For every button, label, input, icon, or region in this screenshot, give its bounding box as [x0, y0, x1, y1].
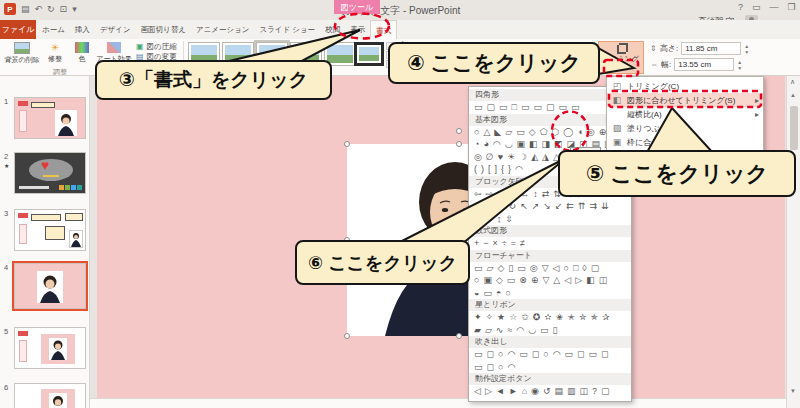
menu-item-label: 縦横比(A)	[627, 109, 751, 120]
scroll-down-icon[interactable]: ▼	[790, 388, 796, 394]
callout-step-6: ⑥ ここをクリック	[295, 240, 470, 285]
shape-row[interactable]: ↩↪↺↻↖↗↘↙⇇⇈⇉⇊	[469, 200, 631, 213]
file-tab[interactable]: ファイル	[0, 20, 36, 39]
mini-text-line	[43, 175, 59, 177]
menu-item-label: トリミング(C)	[627, 81, 755, 92]
width-field-row: ⇔ 幅: ▲▼	[650, 58, 742, 71]
crop-to-shape-icon: ◧	[611, 95, 623, 105]
slide-thumbnail-6[interactable]	[14, 383, 86, 408]
status-strip	[90, 398, 800, 408]
ribbon-tab-表示[interactable]: 表示	[345, 20, 370, 39]
width-spinner[interactable]: ▲▼	[737, 59, 742, 71]
shape-row[interactable]: +−×÷=≠	[469, 237, 631, 250]
shape-row[interactable]: ◒▭◓○	[469, 287, 631, 300]
shape-row[interactable]: ▭◻○◠▭◻○◠▭◻▭◻	[469, 348, 631, 361]
selection-handle[interactable]	[344, 333, 350, 339]
selection-handle[interactable]	[456, 333, 462, 339]
mini-text-line	[19, 186, 49, 189]
mini-decoration	[19, 224, 27, 244]
color-button[interactable]: 色	[70, 42, 94, 64]
menu-item-label: 枠に合わせる(I)	[627, 137, 755, 148]
fit-icon: ▣	[611, 137, 623, 147]
shape-row[interactable]: ↤↦↨⇳	[469, 213, 631, 226]
button-label: 修整	[48, 54, 62, 64]
window-title: 切り抜き文字 - PowerPoint	[0, 4, 800, 18]
width-input[interactable]	[674, 58, 734, 71]
picture-tools-contextual-tab: 図ツール	[334, 0, 380, 14]
ribbon-tab-挿入[interactable]: 挿入	[70, 20, 95, 39]
shape-row[interactable]: ▭▱◇▯▭◎▽◁○□◊▢	[469, 262, 631, 275]
shape-row[interactable]: ✦✧★☆✩✪✫✬✭✮✯✰	[469, 311, 631, 324]
submenu-arrow-icon: ▸	[755, 96, 759, 105]
corrections-button[interactable]: ☀ 修整	[42, 42, 68, 64]
ribbon-tab-書式[interactable]: 書式	[370, 20, 397, 39]
minimize-button[interactable]: —	[770, 2, 779, 12]
ribbon-tab-校閲[interactable]: 校閲	[320, 20, 345, 39]
slide-number: 3	[4, 209, 8, 218]
help-button[interactable]: ?	[738, 2, 743, 12]
selection-handle[interactable]	[456, 141, 462, 147]
collapse-ribbon-icon[interactable]: ∧	[790, 78, 795, 86]
menu-item-fit[interactable]: ▣枠に合わせる(I)	[607, 135, 763, 149]
mini-decoration	[18, 331, 28, 336]
height-input[interactable]	[681, 42, 741, 55]
mini-photo	[69, 230, 83, 248]
width-label: 幅:	[661, 59, 671, 70]
rotation-handle[interactable]	[456, 128, 462, 134]
callout-step-4: ④ ここをクリック	[388, 42, 600, 84]
crop-icon	[616, 43, 627, 53]
shape-row[interactable]: ◁▷◄►⌂◉↺▤▥◫?▢	[469, 385, 631, 398]
corrections-icon: ☀	[51, 42, 60, 53]
restore-button[interactable]: ❐	[788, 2, 796, 12]
menu-item-crop-to-shape[interactable]: ◧図形に合わせてトリミング(S)▸	[607, 93, 763, 107]
compress-picture-button[interactable]: ▣ 図の圧縮	[136, 42, 177, 52]
picture-style-thumb-framed[interactable]	[354, 42, 384, 66]
scroll-up-icon[interactable]: ▲	[790, 92, 796, 98]
menu-item-crop[interactable]: ◰トリミング(C)	[607, 79, 763, 93]
shape-row[interactable]: ○▣◇▭⊗⊕▽△◁▷◧◫	[469, 274, 631, 287]
remove-background-button[interactable]: 背景の削除	[4, 42, 40, 65]
slide-thumbnail-2[interactable]: ♥	[14, 152, 86, 194]
slide-thumbnail-1[interactable]	[14, 97, 86, 139]
title-bar: P ▤ ↶ ↻ ⊡ ▾ 切り抜き文字 - PowerPoint 図ツール ? ▭…	[0, 0, 800, 20]
ribbon-tab-アニメーション[interactable]: アニメーション	[191, 20, 255, 39]
artistic-effects-icon	[107, 42, 121, 53]
compress-picture-icon: ▣	[136, 43, 144, 51]
width-icon: ⇔	[650, 60, 658, 69]
mini-photo	[55, 110, 77, 136]
mini-callout	[65, 213, 83, 221]
crop-button[interactable]: トリミング ▾	[598, 41, 644, 74]
scrollbar-thumb[interactable]	[790, 106, 798, 150]
ribbon-tab-スライド ショー[interactable]: スライド ショー	[254, 20, 320, 39]
mini-decoration	[18, 101, 28, 106]
menu-item-fill[interactable]: ▨塗りつぶし(L)	[607, 121, 763, 135]
slide-number: 5	[4, 327, 8, 336]
slide-number: 6	[4, 383, 8, 392]
ribbon-tab-ホーム[interactable]: ホーム	[37, 20, 70, 39]
mini-decoration	[18, 213, 28, 218]
callout-step-3: ③「書式」をクリック	[95, 60, 332, 100]
mini-decoration	[19, 340, 27, 362]
shape-row[interactable]: ▭◻○◠	[469, 361, 631, 374]
crop-icon: ◰	[611, 81, 623, 91]
fill-icon: ▨	[611, 123, 623, 133]
slide-thumbnail-3[interactable]	[14, 209, 86, 251]
slide-thumbnail-4-selected[interactable]	[14, 263, 86, 309]
height-spinner[interactable]: ▲▼	[744, 43, 749, 55]
shape-row[interactable]: ▰▱∿≈◠◡▭▯	[469, 324, 631, 337]
menu-item-label: 塗りつぶし(L)	[627, 123, 755, 134]
submenu-arrow-icon: ▸	[755, 110, 759, 119]
mini-photo	[49, 338, 67, 360]
slide-thumbnail-5[interactable]	[14, 327, 86, 369]
powerpoint-window: P ▤ ↶ ↻ ⊡ ▾ 切り抜き文字 - PowerPoint 図ツール ? ▭…	[0, 0, 800, 408]
menu-item-aspect-ratio[interactable]: 縦横比(A)▸	[607, 107, 763, 121]
ribbon-tab-デザイン[interactable]: デザイン	[95, 20, 136, 39]
vertical-scrollbar[interactable]: ∧ ▲ ▼	[786, 76, 800, 408]
selection-handle[interactable]	[344, 141, 350, 147]
ribbon-tab-画面切り替え[interactable]: 画面切り替え	[136, 20, 191, 39]
crop-dropdown-arrow-icon[interactable]: ▾	[619, 64, 622, 71]
ribbon-options-button[interactable]: ▭	[752, 2, 761, 12]
callout-step-5: ⑤ ここをクリック	[558, 150, 796, 197]
window-controls: ? ▭ — ❐ ✕	[738, 2, 800, 12]
mini-slide	[41, 334, 75, 364]
